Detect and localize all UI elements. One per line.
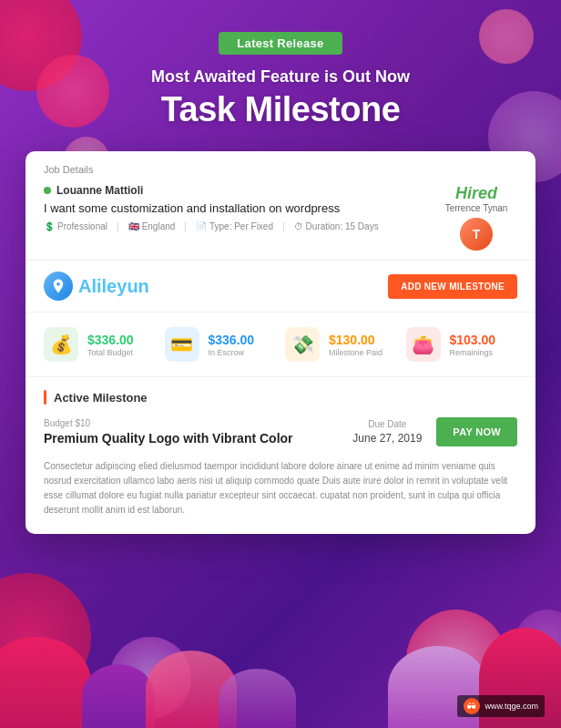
stat-escrow-label: In Escrow <box>209 348 277 357</box>
milestone-toolbar: Alileyun ADD NEW MILESTONE <box>26 261 536 313</box>
pay-now-button[interactable]: PAY NOW <box>436 417 517 446</box>
meta-category: 💲 Professional <box>44 221 107 231</box>
section-bar <box>44 390 46 405</box>
milestone-budget-label: Budget $10 <box>44 418 352 428</box>
stat-remaining-label: Remainings <box>450 348 518 357</box>
meta-type: 📄 Type: Per Fixed <box>196 221 273 231</box>
flag-icon: 🇬🇧 <box>128 221 139 231</box>
milestone-due: Due Date June 27, 2019 <box>352 419 422 445</box>
escrow-icon: 💳 <box>165 327 199 362</box>
stat-escrow-text: $336.00 In Escrow <box>209 333 277 357</box>
add-milestone-button[interactable]: ADD NEW MILESTONE <box>388 274 517 299</box>
section-label: Active Milestone <box>54 391 148 405</box>
job-title: I want some customization and installati… <box>44 201 435 215</box>
due-label: Due Date <box>352 419 422 429</box>
online-indicator <box>44 187 51 194</box>
main-card: Job Details Louanne Mattioli I want some… <box>26 151 536 534</box>
job-row: Louanne Mattioli I want some customizati… <box>44 184 517 251</box>
divider-3: | <box>282 221 285 231</box>
job-poster: Louanne Mattioli <box>44 184 435 197</box>
hired-label: Hired <box>455 184 497 203</box>
meta-category-text: Professional <box>57 221 107 231</box>
brand-name: Alileyun <box>78 276 149 297</box>
headline-main: Task Milestone <box>161 90 401 129</box>
dollar-icon: 💲 <box>44 221 55 231</box>
stat-paid-amount: $130.00 <box>329 333 397 347</box>
stat-budget-amount: $336.00 <box>87 333 156 347</box>
description-block: Consectetur adipiscing elied dielusmod t… <box>26 459 536 534</box>
clock-icon: ⏱ <box>294 221 303 231</box>
brand-part2: y <box>117 276 127 296</box>
milestone-left: Budget $10 Premium Quality Logo with Vib… <box>44 418 352 446</box>
stat-budget-text: $336.00 Total Budget <box>87 333 156 357</box>
content-wrapper: Latest Release Most Awaited Feature is O… <box>0 0 561 728</box>
brand-logo: Alileyun <box>44 272 149 301</box>
hired-section: Hired Terrence Tynan T <box>435 184 517 251</box>
avatar-img: T <box>460 218 493 251</box>
stats-row: 💰 $336.00 Total Budget 💳 $336.00 In Escr… <box>26 313 536 377</box>
watermark-icon: 🕶 <box>464 698 480 714</box>
active-milestone-section: Active Milestone Budget $10 Premium Qual… <box>26 377 536 446</box>
divider-2: | <box>184 221 187 231</box>
job-meta: 💲 Professional | 🇬🇧 England | 📄 Type: Pe… <box>44 221 435 231</box>
avatar: T <box>460 218 493 251</box>
meta-location: 🇬🇧 England <box>128 221 176 231</box>
milestone-item: Budget $10 Premium Quality Logo with Vib… <box>44 417 517 446</box>
stat-milestone-paid: 💸 $130.00 Milestone Paid <box>285 327 397 362</box>
stat-total-budget: 💰 $336.00 Total Budget <box>44 327 156 362</box>
job-details-label: Job Details <box>44 164 517 175</box>
doc-icon: 📄 <box>196 221 207 231</box>
brand-icon <box>44 272 73 301</box>
meta-duration: ⏱ Duration: 15 Days <box>294 221 379 231</box>
watermark-text: www.tqge.com <box>484 702 538 711</box>
hired-name: Terrence Tynan <box>445 203 508 213</box>
brand-part1: Alile <box>78 276 117 296</box>
stat-remainings: 👛 $103.00 Remainings <box>406 327 518 362</box>
watermark: 🕶 www.tqge.com <box>457 695 545 717</box>
section-title: Active Milestone <box>44 390 517 405</box>
remaining-icon: 👛 <box>406 327 441 362</box>
description-text: Consectetur adipiscing elied dielusmod t… <box>44 459 517 518</box>
stat-paid-text: $130.00 Milestone Paid <box>329 333 397 357</box>
stat-budget-label: Total Budget <box>87 348 156 357</box>
latest-release-badge: Latest Release <box>219 32 342 55</box>
job-info-left: Louanne Mattioli I want some customizati… <box>44 184 435 231</box>
meta-type-text: Type: Per Fixed <box>209 221 273 231</box>
milestone-title: Premium Quality Logo with Vibrant Color <box>44 431 352 446</box>
stat-remaining-amount: $103.00 <box>450 333 518 347</box>
meta-duration-text: Duration: 15 Days <box>306 221 379 231</box>
divider-1: | <box>117 221 119 231</box>
due-date: June 27, 2019 <box>352 432 422 445</box>
stat-remaining-text: $103.00 Remainings <box>450 333 518 357</box>
budget-icon: 💰 <box>44 327 78 362</box>
brand-part3: un <box>127 276 148 296</box>
poster-name: Louanne Mattioli <box>56 184 143 197</box>
paid-icon: 💸 <box>285 327 320 362</box>
headline-sub: Most Awaited Feature is Out Now <box>151 67 410 87</box>
stat-paid-label: Milestone Paid <box>329 348 397 357</box>
job-details-section: Job Details Louanne Mattioli I want some… <box>26 151 536 261</box>
meta-location-text: England <box>142 221 176 231</box>
stat-escrow-amount: $336.00 <box>209 333 277 347</box>
stat-escrow: 💳 $336.00 In Escrow <box>165 327 277 362</box>
